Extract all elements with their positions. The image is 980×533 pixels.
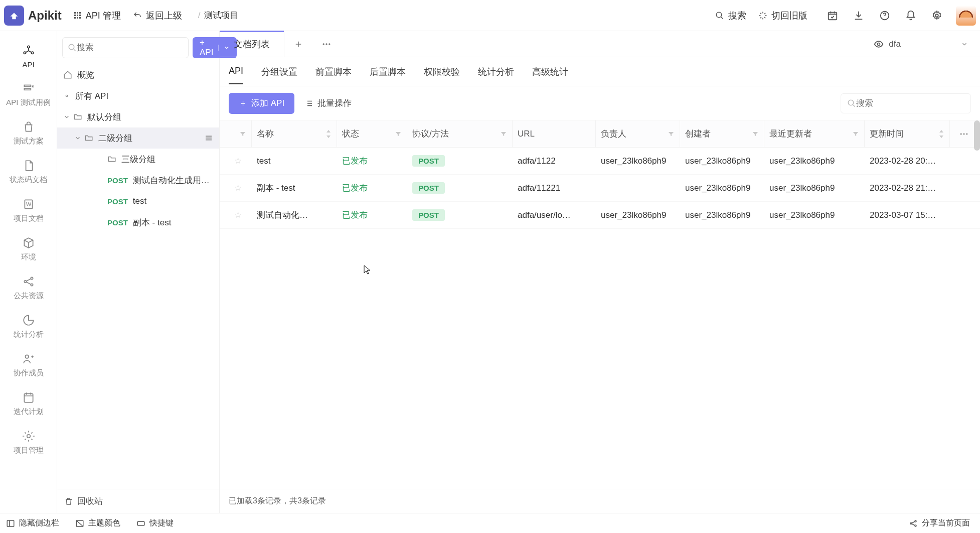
th-label: 创建者	[685, 128, 711, 140]
cell-updater: user_23lko86ph9	[764, 183, 865, 193]
rail-label: API 测试用例	[6, 98, 50, 107]
recycle-bin[interactable]: 回收站	[57, 489, 219, 513]
sidebar-search[interactable]	[62, 37, 189, 58]
switch-old-label: 切回旧版	[771, 10, 807, 22]
subtab-group-settings[interactable]: 分组设置	[261, 59, 297, 85]
star-icon[interactable]: ☆	[234, 210, 242, 220]
method-tag: POST	[107, 197, 128, 206]
scrollbar[interactable]	[974, 120, 980, 151]
star-icon[interactable]: ☆	[234, 156, 242, 166]
table-search-input[interactable]	[856, 98, 964, 108]
subtab-auth[interactable]: 权限校验	[424, 59, 460, 85]
cell-name: test	[252, 156, 337, 166]
subtab-post-script[interactable]: 后置脚本	[370, 59, 406, 85]
tab-doc-list[interactable]: 文档列表	[220, 31, 284, 57]
top-bar: Apikit API 管理 返回上级 / 测试项目 搜索 切回旧版	[0, 0, 980, 31]
help-icon[interactable]	[877, 8, 893, 24]
rail-api[interactable]: API	[0, 38, 57, 76]
th-status[interactable]: 状态	[337, 120, 407, 147]
global-search[interactable]: 搜索	[715, 10, 746, 22]
rail-project-doc[interactable]: W 项目文档	[0, 192, 57, 230]
api-icon	[22, 44, 35, 57]
theme-button[interactable]: 主题颜色	[75, 518, 120, 528]
nav-back[interactable]: 返回上级	[133, 10, 182, 22]
tree-api-item[interactable]: POST副本 - test	[57, 212, 219, 233]
tree-all-api[interactable]: 所有 API	[57, 85, 219, 106]
rail-status-doc[interactable]: 状态码文档	[0, 153, 57, 192]
th-method[interactable]: 协议/方法	[407, 120, 513, 147]
th-name[interactable]: 名称	[252, 120, 337, 147]
svg-point-39	[910, 522, 912, 524]
star-icon[interactable]: ☆	[234, 183, 242, 193]
table-search[interactable]	[841, 93, 971, 113]
svg-point-35	[966, 133, 967, 135]
th-label: 最近更新者	[769, 128, 812, 140]
tree-overview[interactable]: 概览	[57, 64, 219, 85]
batch-ops-button[interactable]: 批量操作	[304, 97, 352, 109]
share-page-button[interactable]: 分享当前页面	[909, 518, 970, 528]
svg-rect-3	[74, 15, 76, 16]
rail-test-plan[interactable]: 测试方案	[0, 114, 57, 153]
rail-label: 项目管理	[14, 446, 44, 455]
rail-project-mgmt[interactable]: 项目管理	[0, 424, 57, 462]
subtab-api[interactable]: API	[229, 59, 243, 84]
settings-icon[interactable]	[929, 8, 945, 24]
rail-env[interactable]: 环境	[0, 230, 57, 269]
th-updater[interactable]: 最近更新者	[764, 120, 865, 147]
svg-rect-7	[77, 17, 78, 19]
subtab-stats[interactable]: 统计分析	[478, 59, 514, 85]
th-url[interactable]: URL	[513, 120, 596, 147]
tree-label: 测试自动化生成用例的	[133, 175, 213, 186]
tree-group-level2[interactable]: 二级分组	[57, 127, 219, 149]
tree-group-default[interactable]: 默认分组	[57, 106, 219, 127]
rail-label: 统计分析	[14, 330, 44, 339]
hamburger-icon[interactable]	[204, 134, 213, 143]
nav-api-management[interactable]: API 管理	[74, 10, 121, 22]
tree-api-item[interactable]: POST测试自动化生成用例的	[57, 170, 219, 191]
svg-point-31	[878, 43, 880, 45]
subtabs: API 分组设置 前置脚本 后置脚本 权限校验 统计分析 高级统计	[220, 57, 980, 86]
subtab-pre-script[interactable]: 前置脚本	[315, 59, 352, 85]
breadcrumb-project[interactable]: 测试项目	[204, 10, 238, 21]
subtab-adv-stats[interactable]: 高级统计	[532, 59, 568, 85]
add-tab-button[interactable]	[284, 31, 312, 57]
th-star[interactable]	[224, 120, 252, 147]
brand-name: Apikit	[28, 9, 62, 23]
keyboard-icon	[136, 519, 145, 528]
filter-icon	[752, 130, 759, 138]
tab-more-icon[interactable]	[312, 31, 341, 57]
table-row[interactable]: ☆ test 已发布 POST adfa/1122 user_23lko86ph…	[220, 148, 980, 175]
th-time[interactable]: 更新时间	[865, 120, 950, 147]
share-icon	[22, 275, 35, 288]
th-creator[interactable]: 创建者	[680, 120, 764, 147]
chevron-down-icon	[961, 41, 968, 48]
tree-label: 副本 - test	[133, 217, 213, 228]
share-icon	[909, 519, 918, 528]
calendar-check-icon[interactable]	[825, 8, 841, 24]
th-owner[interactable]: 负责人	[596, 120, 680, 147]
svg-point-40	[915, 520, 916, 522]
rail-test-case[interactable]: API 测试用例	[0, 76, 57, 114]
rail-iteration[interactable]: 迭代计划	[0, 385, 57, 424]
hide-sidebar-button[interactable]: 隐藏侧边栏	[6, 518, 59, 528]
table-row[interactable]: ☆ 副本 - test 已发布 POST adfa/11221 user_23l…	[220, 175, 980, 202]
rail-public-res[interactable]: 公共资源	[0, 269, 57, 308]
switch-old-version[interactable]: 切回旧版	[758, 10, 807, 22]
rail-stats[interactable]: 统计分析	[0, 308, 57, 346]
shortcut-button[interactable]: 快捷键	[136, 518, 174, 528]
download-icon[interactable]	[851, 8, 867, 24]
svg-rect-1	[77, 12, 78, 14]
tree-group-level3[interactable]: 三级分组	[57, 149, 219, 170]
rail-members[interactable]: 协作成员	[0, 346, 57, 385]
avatar[interactable]	[956, 6, 976, 26]
th-label: URL	[518, 129, 535, 139]
sidebar-search-input[interactable]	[77, 43, 183, 53]
view-selector[interactable]: dfa	[862, 31, 980, 57]
tree-label: 三级分组	[121, 154, 213, 165]
bell-icon[interactable]	[903, 8, 919, 24]
table-row[interactable]: ☆ 测试自动化… 已发布 POST adfa/user/lo… user_23l…	[220, 202, 980, 229]
svg-rect-8	[79, 17, 81, 19]
tree-api-item[interactable]: POSTtest	[57, 191, 219, 212]
add-api-button[interactable]: ＋添加 API	[229, 93, 294, 114]
svg-point-25	[27, 435, 30, 438]
